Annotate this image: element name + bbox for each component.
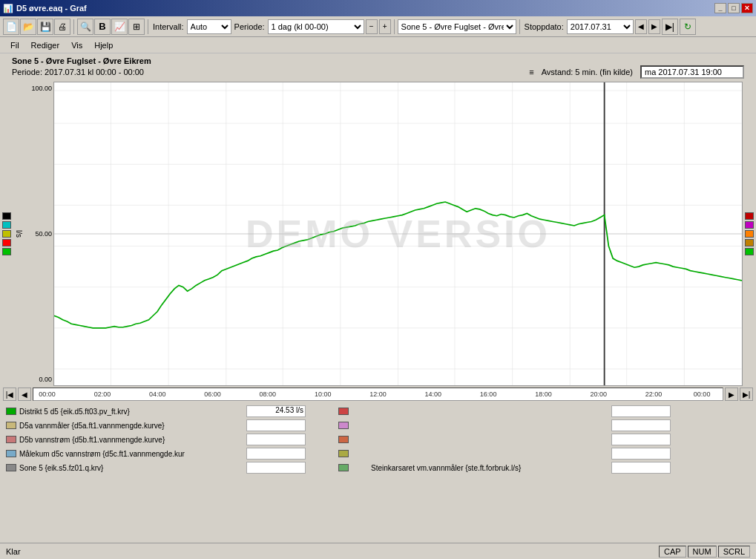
periode-select[interactable]: 1 dag (kl 00-00) (268, 19, 364, 34)
open-button[interactable]: 📂 (20, 19, 36, 35)
time-axis: 00:00 02:00 04:00 06:00 08:00 10:00 12:0… (33, 388, 723, 401)
legend-row-4-left: Målekum d5c vannstrøm {d5c.ft1.vannmengd… (6, 450, 243, 458)
legend-bottom: Distrikt 5 d5 {eik.d5.ft03.pv_ft.krv} 24… (0, 402, 756, 559)
legend-row-2-left: D5a vannmåler {d5a.ft1.vannmengde.kurve} (6, 422, 243, 430)
menubar: Fil Rediger Vis Hjelp (0, 37, 756, 53)
legend-label-4-left: Målekum d5c vannstrøm {d5c.ft1.vannmengd… (19, 450, 185, 458)
time-tick-0400: 04:00 (149, 390, 166, 398)
next-date-button[interactable]: ▶ (648, 19, 660, 34)
scroll-first-button[interactable]: |◀ (3, 388, 16, 401)
legend-value-2-left (246, 419, 306, 431)
left-legend-color-3 (2, 230, 11, 238)
y-axis-label: l/s (13, 82, 25, 386)
legend-right-swatch-4 (338, 450, 368, 457)
sep2 (148, 19, 148, 34)
legend-swatch-5-right (338, 464, 349, 471)
legend-value-3-left (246, 434, 306, 445)
print-button[interactable]: 🖨 (54, 19, 70, 35)
stoppdato-select[interactable]: 2017.07.31 (567, 19, 634, 34)
chart-area: DEMO VERSIO (53, 82, 743, 386)
right-legend (743, 82, 756, 386)
info-area: Sone 5 - Øvre Fuglset - Øvre Eikrem Peri… (0, 53, 756, 82)
chart-title: Sone 5 - Øvre Fuglset - Øvre Eikrem (12, 56, 744, 65)
left-legend-color-2 (2, 221, 11, 229)
legend-row-3-left: D5b vannstrøm {d5b.ft1.vannmengde.kurve} (6, 436, 243, 444)
refresh-button[interactable]: ↻ (680, 19, 696, 35)
plus-button[interactable]: + (379, 19, 391, 34)
scroll-next-button[interactable]: ▶ (725, 388, 738, 401)
minus-button[interactable]: − (366, 19, 378, 34)
close-button[interactable]: ✕ (741, 3, 753, 13)
scrl-indicator: SCRL (718, 546, 750, 558)
interval-label: Intervall: (153, 22, 184, 31)
chart-button[interactable]: 📈 (111, 19, 128, 35)
bold-button[interactable]: B (94, 19, 111, 35)
menu-hjelp[interactable]: Hjelp (90, 39, 117, 51)
time-tick-2200: 22:00 (645, 390, 663, 398)
avstand-icon: ≡ (529, 68, 533, 76)
y-tick-50: 50.00 (35, 230, 52, 238)
goto-button[interactable]: ▶| (662, 19, 678, 35)
sep1 (73, 19, 74, 34)
legend-value-4-right (611, 448, 671, 460)
zone-select[interactable]: Sone 5 - Øvre Fuglset - Øvre E (398, 19, 516, 34)
main-content: 📄 📂 💾 🖨 🔍 B 📈 ⊞ Intervall: Auto Periode:… (0, 16, 756, 559)
legend-value-2-right (611, 419, 671, 431)
num-indicator: NUM (688, 546, 717, 558)
menu-rediger[interactable]: Rediger (27, 39, 65, 51)
legend-swatch-1-right (338, 408, 349, 415)
legend-grid: Distrikt 5 d5 {eik.d5.ft03.pv_ft.krv} 24… (6, 405, 750, 474)
right-legend-color-5 (745, 248, 754, 255)
right-legend-color-4 (745, 239, 754, 246)
legend-value-3-right (611, 434, 671, 445)
view-tools: 🔍 B 📈 ⊞ (77, 19, 145, 35)
save-button[interactable]: 💾 (37, 19, 53, 35)
cap-indicator: CAP (659, 546, 686, 558)
time-tick-1200: 12:00 (369, 390, 387, 398)
chart-container: l/s 100.00 50.00 0.00 DEMO VERSIO (0, 82, 756, 386)
legend-swatch-3-left (6, 436, 16, 443)
status-indicators: CAP NUM SCRL (659, 546, 750, 558)
legend-right-swatch-1 (338, 408, 368, 415)
time-tick-1400: 14:00 (425, 390, 442, 398)
time-tick-1600: 16:00 (480, 390, 497, 398)
prev-date-button[interactable]: ◀ (635, 19, 647, 34)
legend-swatch-3-right (338, 436, 349, 443)
legend-swatch-4-left (6, 450, 16, 457)
y-axis-ticks: 100.00 50.00 0.00 (25, 82, 53, 386)
title-bar: 📊 D5 øvre.eaq - Graf _ □ ✕ (0, 0, 756, 16)
legend-row-5-left: Sone 5 {eik.s5.fz01.q.krv} (6, 464, 243, 472)
legend-value-1-right (611, 405, 671, 417)
legend-swatch-2-right (338, 422, 349, 429)
window-title: D5 øvre.eaq - Graf (16, 4, 87, 13)
scroll-last-button[interactable]: ▶| (740, 388, 753, 401)
info-row2: Periode: 2017.07.31 kl 00:00 - 00:00 ≡ A… (12, 65, 744, 79)
title-bar-controls[interactable]: _ □ ✕ (714, 3, 753, 13)
legend-right-swatch-2 (338, 422, 368, 429)
legend-label-3-left: D5b vannstrøm {d5b.ft1.vannmengde.kurve} (19, 436, 165, 444)
zoom-button[interactable]: 🔍 (77, 19, 93, 35)
legend-right-swatch-5 (338, 464, 368, 471)
date-display-input[interactable] (640, 65, 744, 79)
minimize-button[interactable]: _ (714, 3, 726, 13)
legend-label-2-left: D5a vannmåler {d5a.ft1.vannmengde.kurve} (19, 422, 165, 430)
new-button[interactable]: 📄 (3, 19, 19, 35)
time-tick-0200: 02:00 (94, 390, 111, 398)
menu-vis[interactable]: Vis (67, 39, 87, 51)
legend-swatch-4-right (338, 450, 349, 457)
left-legend (0, 82, 13, 386)
left-legend-color-5 (2, 248, 11, 255)
interval-select[interactable]: Auto (187, 19, 231, 34)
legend-label-5-left: Sone 5 {eik.s5.fz01.q.krv} (19, 464, 103, 472)
legend-right-swatch-3 (338, 436, 368, 443)
maximize-button[interactable]: □ (728, 3, 740, 13)
scroll-prev-button[interactable]: ◀ (18, 388, 31, 401)
app-icon: 📊 (3, 4, 13, 13)
avstand-text: Avstand: 5 min. (fin kilde) (542, 68, 633, 76)
right-legend-color-1 (745, 212, 754, 220)
menu-fil[interactable]: Fil (6, 39, 24, 51)
periode-text: Periode: 2017.07.31 kl 00:00 - 00:00 (12, 68, 144, 76)
table-button[interactable]: ⊞ (128, 19, 145, 35)
status-text: Klar (6, 547, 21, 556)
time-tick-0000a: 00:00 (39, 390, 56, 398)
